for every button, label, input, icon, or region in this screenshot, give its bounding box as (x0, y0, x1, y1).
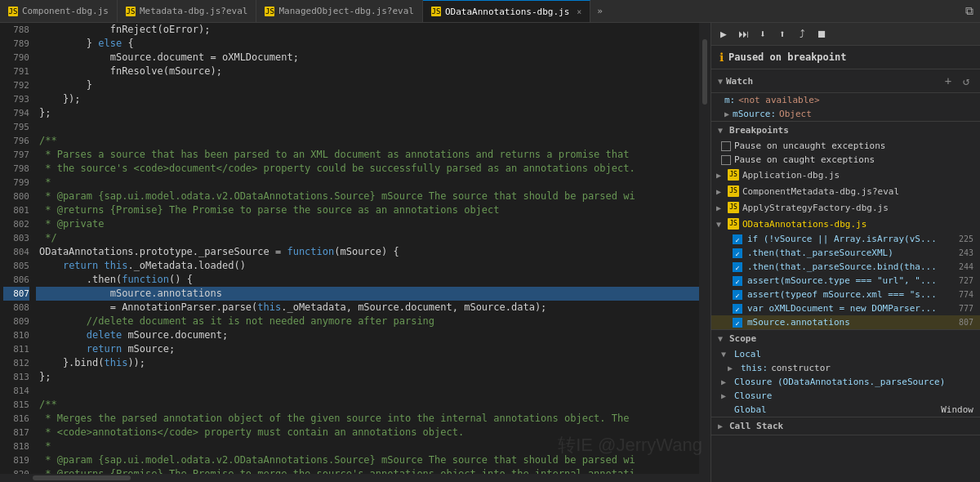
tab-close-button[interactable]: × (577, 7, 581, 16)
breakpoint-checkbox[interactable]: ✓ (733, 234, 742, 244)
code-line[interactable] (36, 384, 699, 398)
code-line[interactable]: } else { (36, 37, 699, 51)
watch-chevron[interactable]: ▼ (718, 77, 726, 86)
refresh-watch-button[interactable]: ↺ (959, 74, 973, 88)
bp-uncaught-checkbox[interactable] (721, 141, 731, 151)
code-line[interactable]: }); (36, 92, 699, 106)
breakpoint-file-header[interactable]: ▶JSApplyStrategyFactory-dbg.js (711, 199, 980, 216)
tab-metadata-dbg[interactable]: JS Metadata-dbg.js?eval (118, 0, 256, 22)
breakpoint-checkbox[interactable]: ✓ (733, 318, 742, 328)
scope-closure[interactable]: ▶ Closure (ODataAnnotations._parseSource… (711, 375, 980, 389)
breakpoint-sub-item[interactable]: ✓var oXMLDocument = new DOMParser...777 (711, 301, 980, 315)
breakpoint-line-number: 774 (959, 290, 973, 299)
breakpoint-checkbox[interactable]: ✓ (733, 290, 742, 300)
breakpoint-sub-item[interactable]: ✓.then(that._parseSourceXML)243 (711, 246, 980, 260)
code-line[interactable]: }; (36, 370, 699, 384)
code-line[interactable]: * @returns {Promise} The Promise to merg… (36, 467, 699, 474)
code-line[interactable]: mSource.document = oXMLDocument; (36, 51, 699, 65)
bp-caught-checkbox[interactable] (721, 155, 731, 165)
resume-button[interactable]: ▶ (715, 25, 733, 43)
breakpoint-file: ▶JSComponentMetadata-dbg.js?eval (711, 183, 980, 199)
code-line[interactable]: /** (36, 134, 699, 148)
line-number: 788 (3, 23, 29, 37)
tab-managed-object[interactable]: JS ManagedObject-dbg.js?eval (256, 0, 423, 22)
watch-item-msource[interactable]: ▶ mSource: Object (711, 107, 980, 121)
code-line[interactable]: * (36, 440, 699, 453)
call-stack-section: ▶ Call Stack (711, 417, 980, 435)
breakpoint-sub-item[interactable]: ✓assert(mSource.type === "url", "...727 (711, 274, 980, 288)
scrollbar-thumb[interactable] (702, 39, 707, 105)
line-number: 803 (3, 231, 29, 245)
tab-actions: ⧉ (962, 4, 980, 18)
code-line[interactable]: .then(function() { (36, 273, 699, 287)
breakpoint-sub-item[interactable]: ✓mSource.annotations807 (711, 315, 980, 329)
code-line[interactable]: return mSource; (36, 342, 699, 356)
code-line[interactable]: * the source's <code>document</code> pro… (36, 162, 699, 176)
step-out-button[interactable]: ⬆ (773, 25, 791, 43)
bp-uncaught[interactable]: Pause on uncaught exceptions (711, 139, 980, 153)
breakpoint-line-number: 727 (959, 276, 973, 285)
scope-global[interactable]: ▶ Global Window (711, 403, 980, 417)
line-number: 820 (3, 467, 29, 474)
step-over-button[interactable]: ⏭ (734, 25, 752, 43)
code-line[interactable]: fnResolve(mSource); (36, 65, 699, 78)
panel-sections[interactable]: ▼ Watch + ↺ m: <not available> ▶ mSource… (711, 69, 980, 482)
line-number: 791 (3, 65, 29, 78)
breakpoint-line-number: 244 (959, 262, 973, 271)
breakpoint-sub-item[interactable]: ✓assert(typeof mSource.xml === "s...774 (711, 288, 980, 301)
editor-scrollbar[interactable] (699, 23, 710, 474)
code-line[interactable]: = AnnotationParser.parse(this._oMetadata… (36, 301, 699, 315)
code-line[interactable]: * (36, 176, 699, 190)
code-line[interactable] (36, 120, 699, 134)
code-line[interactable]: }.bind(this)); (36, 356, 699, 370)
breakpoints-header[interactable]: ▼ Breakpoints (711, 122, 980, 139)
scope-closure2[interactable]: ▶ Closure (711, 389, 980, 403)
code-line[interactable]: fnReject(oError); (36, 23, 699, 37)
code-line[interactable]: * @returns {Promise} The Promise to pars… (36, 203, 699, 217)
js-icon-2: JS (126, 7, 136, 16)
code-line[interactable]: * Parses a source that has been parsed t… (36, 148, 699, 162)
code-line[interactable]: return this._oMetadata.loaded() (36, 259, 699, 273)
tab-odata-annotations[interactable]: JS ODataAnnotations-dbg.js × (423, 0, 590, 22)
code-line[interactable]: delete mSource.document; (36, 328, 699, 342)
breakpoint-file-header[interactable]: ▶JSComponentMetadata-dbg.js?eval (711, 183, 980, 199)
breakpoint-checkbox[interactable]: ✓ (733, 276, 742, 286)
code-line[interactable]: * @private (36, 217, 699, 231)
code-line[interactable]: * @param {sap.ui.model.odata.v2.ODataAnn… (36, 190, 699, 203)
step-out-async-button[interactable]: ⤴ (793, 25, 811, 43)
step-into-button[interactable]: ⬇ (754, 25, 772, 43)
deactivate-breakpoints-button[interactable]: ⏹ (813, 25, 831, 43)
watch-name-m: m: (724, 95, 735, 105)
scope-local-header[interactable]: ▼ Local (711, 347, 980, 361)
code-line[interactable]: /** (36, 398, 699, 412)
breakpoint-sub-item[interactable]: ✓if (!vSource || Array.isArray(vS...225 (711, 232, 980, 246)
add-watch-button[interactable]: + (941, 74, 956, 88)
tab-component-dbg[interactable]: JS Component-dbg.js (0, 0, 118, 22)
code-line[interactable]: } (36, 78, 699, 92)
scope-header[interactable]: ▼ Scope (711, 330, 980, 347)
code-line[interactable]: */ (36, 231, 699, 245)
breakpoint-checkbox[interactable]: ✓ (733, 262, 742, 272)
breakpoint-file-header[interactable]: ▶JSApplication-dbg.js (711, 167, 980, 183)
code-line[interactable]: * <code>annotations</code> property must… (36, 426, 699, 440)
breakpoint-sub-item[interactable]: ✓.then(that._parseSource.bind(tha...244 (711, 260, 980, 274)
line-number: 812 (3, 356, 29, 370)
watch-header: ▼ Watch + ↺ (711, 69, 980, 93)
code-line[interactable]: ODataAnnotations.prototype._parseSource … (36, 245, 699, 259)
code-line[interactable]: * @param {sap.ui.model.odata.v2.ODataAnn… (36, 453, 699, 467)
call-stack-header[interactable]: ▶ Call Stack (711, 417, 980, 435)
code-line[interactable]: mSource.annotations (36, 287, 699, 301)
scope-this[interactable]: ▶ this: constructor (711, 361, 980, 375)
breakpoint-checkbox[interactable]: ✓ (733, 304, 742, 314)
bp-caught[interactable]: Pause on caught exceptions (711, 153, 980, 167)
code-line[interactable]: }; (36, 106, 699, 120)
code-line[interactable]: * Merges the parsed annotation object of… (36, 412, 699, 426)
tab-overflow-button[interactable]: » (590, 6, 609, 16)
horizontal-scrollbar[interactable] (0, 474, 710, 482)
breakpoint-file-header[interactable]: ▼JSODataAnnotations-dbg.js (711, 216, 980, 232)
breakpoint-checkbox[interactable]: ✓ (733, 248, 742, 258)
split-editor-button[interactable]: ⧉ (962, 4, 977, 18)
code-lines[interactable]: fnReject(oError); } else { mSource.docum… (36, 23, 699, 474)
code-line[interactable]: //delete document as it is not needed an… (36, 315, 699, 328)
hscroll-thumb[interactable] (33, 475, 131, 480)
